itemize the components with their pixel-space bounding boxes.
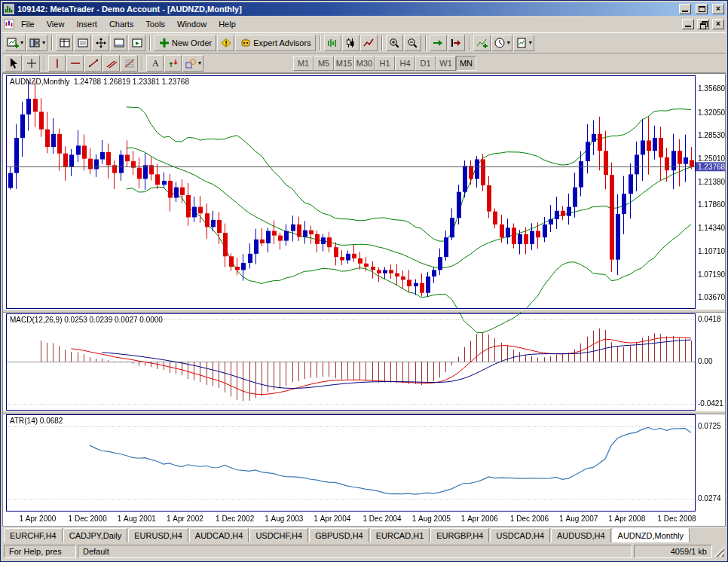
trendline-button[interactable]: [84, 55, 102, 72]
menu-help[interactable]: Help: [213, 17, 241, 31]
menu-window[interactable]: Window: [172, 17, 212, 31]
timeframe-mn-button[interactable]: MN: [456, 56, 476, 71]
timeframe-m30-button[interactable]: M30: [354, 56, 375, 71]
timeframe-h4-button[interactable]: H4: [395, 56, 415, 71]
chevron-down-icon: ▾: [42, 40, 45, 46]
toolbar-separator: [320, 35, 321, 50]
candlestick-chart-button[interactable]: [342, 35, 359, 51]
templates-button[interactable]: ▾: [513, 35, 534, 51]
navigator-button[interactable]: [92, 35, 109, 51]
timeframe-m1-button[interactable]: M1: [293, 56, 314, 71]
zoom-out-icon: [406, 37, 418, 49]
child-close-button[interactable]: ×: [712, 19, 724, 29]
arrows-tool-icon: [167, 57, 179, 69]
auto-scroll-button[interactable]: [430, 35, 447, 51]
metaeditor-button[interactable]: [217, 35, 234, 51]
timeframe-m15-button[interactable]: M15: [334, 56, 354, 71]
status-help-text: For Help, pres: [4, 545, 76, 558]
menu-insert[interactable]: Insert: [71, 17, 102, 31]
chart-canvas[interactable]: [3, 74, 725, 526]
timeframe-w1-button[interactable]: W1: [436, 56, 456, 71]
app-icon: [4, 4, 14, 14]
new-order-label: New Order: [172, 38, 212, 47]
fibonacci-icon: [124, 57, 136, 69]
maximize-button[interactable]: [696, 4, 708, 14]
toolbar-separator: [51, 35, 53, 50]
terminal-icon: [113, 37, 125, 49]
horizontal-line-button[interactable]: [66, 55, 84, 72]
market-watch-icon: [59, 37, 71, 49]
tab-usdcad-h4[interactable]: USDCAD,H4: [490, 528, 550, 542]
zoom-in-button[interactable]: [386, 35, 403, 51]
profiles-button[interactable]: ▾: [26, 35, 47, 51]
horizontal-line-icon: [69, 57, 81, 69]
child-restore-button[interactable]: [697, 19, 709, 29]
market-watch-button[interactable]: [56, 35, 73, 51]
tab-usdchf-h4[interactable]: USDCHF,H4: [249, 528, 308, 542]
tab-eurgbp-h4[interactable]: EURGBP,H4: [430, 528, 489, 542]
new-chart-icon: [7, 37, 19, 49]
status-bar: For Help, pres Default 4059/1 kb: [2, 542, 726, 560]
periods-button[interactable]: ▾: [491, 35, 512, 51]
standard-toolbar: ▾ ▾ New Order Exper: [2, 32, 726, 53]
menu-tools[interactable]: Tools: [140, 17, 170, 31]
chevron-down-icon: ▾: [20, 40, 23, 46]
child-window-icon: [4, 19, 14, 29]
navigator-icon: [95, 37, 107, 49]
tab-eurusd-h4[interactable]: EURUSD,H4: [128, 528, 188, 542]
tab-eurchf-h4[interactable]: EURCHF,H4: [4, 528, 63, 542]
maximize-icon: [699, 6, 705, 12]
tab-gbpusd-h4[interactable]: GBPUSD,H4: [309, 528, 369, 542]
toolbar-separator: [149, 35, 151, 50]
warning-diamond-icon: [220, 37, 232, 49]
template-icon: [515, 37, 528, 49]
timeframe-h1-button[interactable]: H1: [375, 56, 395, 71]
resize-grip[interactable]: [714, 546, 724, 557]
line-chart-button[interactable]: [360, 35, 378, 51]
terminal-button[interactable]: [110, 35, 127, 51]
tab-audusd-h4[interactable]: AUDUSD,H4: [551, 528, 611, 542]
timeframe-d1-button[interactable]: D1: [415, 56, 436, 71]
tab-cadjpy-daily[interactable]: CADJPY,Daily: [63, 528, 128, 542]
tab-audcad-h4[interactable]: AUDCAD,H4: [189, 528, 249, 542]
zoom-in-icon: [388, 37, 400, 49]
expert-advisors-label: Expert Advisors: [253, 38, 310, 47]
crosshair-button[interactable]: [23, 55, 40, 72]
cursor-icon: [8, 57, 20, 69]
close-button[interactable]: ×: [712, 4, 724, 14]
vertical-line-button[interactable]: [48, 55, 66, 72]
bar-chart-button[interactable]: [324, 35, 341, 51]
strategy-tester-button[interactable]: [128, 35, 145, 51]
arrows-tool-button[interactable]: [164, 55, 182, 72]
indicators-button[interactable]: [473, 35, 491, 51]
child-minimize-button[interactable]: [682, 19, 694, 29]
toolbar-separator: [425, 35, 427, 50]
text-tool-icon: A: [149, 57, 161, 69]
timeframe-m5-button[interactable]: M5: [314, 56, 334, 71]
fibonacci-button[interactable]: [121, 55, 138, 72]
timeframe-toolbar: M1 M5 M15 M30 H1 H4 D1 W1 MN: [293, 56, 476, 71]
new-order-button[interactable]: New Order: [154, 35, 216, 51]
expert-advisors-button[interactable]: Expert Advisors: [235, 35, 315, 51]
menu-charts[interactable]: Charts: [104, 17, 139, 31]
text-tool-button[interactable]: A: [146, 55, 164, 72]
tab-eurcad-h1[interactable]: EURCAD,H1: [370, 528, 430, 542]
data-window-button[interactable]: [74, 35, 91, 51]
toolbar-separator: [44, 56, 45, 71]
child-restore-icon: [700, 21, 707, 27]
menu-file[interactable]: File: [16, 17, 40, 31]
candlestick-chart-icon: [344, 37, 356, 49]
new-chart-button[interactable]: ▾: [5, 35, 26, 51]
zoom-out-button[interactable]: [404, 35, 421, 51]
minimize-button[interactable]: [679, 4, 691, 14]
channel-button[interactable]: [102, 55, 120, 72]
toolbar-separator: [381, 35, 383, 50]
menu-view[interactable]: View: [41, 17, 70, 31]
chevron-down-icon: ▾: [529, 40, 532, 46]
cursor-button[interactable]: [5, 55, 22, 72]
status-profile[interactable]: Default: [78, 545, 632, 558]
chart-shift-button[interactable]: [448, 35, 465, 51]
shapes-button[interactable]: ▾: [182, 55, 203, 72]
tab-audnzd-monthly[interactable]: AUDNZD,Monthly: [612, 528, 690, 542]
toolbar-separator: [142, 56, 143, 71]
